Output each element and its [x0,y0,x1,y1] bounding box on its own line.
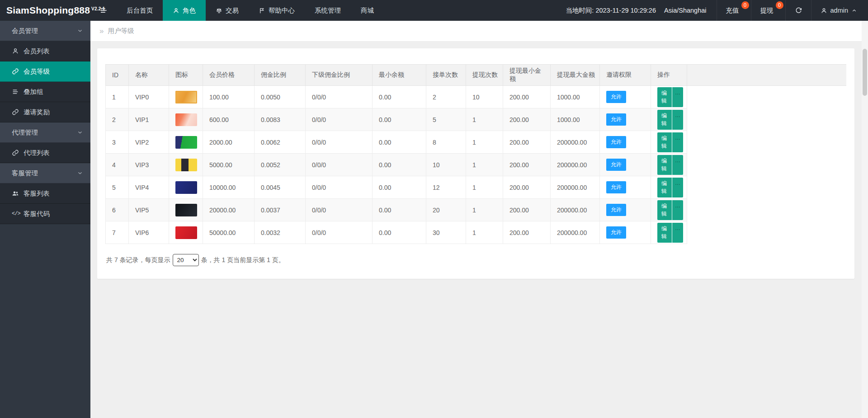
sidebar-item-member-list[interactable]: 会员列表 [0,41,90,61]
scrollbar[interactable] [862,21,868,418]
nav-item-roles[interactable]: 角色 [163,0,206,21]
cell-actions: 编辑… [651,154,687,176]
cell-withdraw-times: 1 [466,176,503,199]
edit-button[interactable]: 编辑 [657,87,672,107]
edit-button[interactable]: 编辑 [657,223,672,243]
cell-withdraw-min: 200.00 [503,108,551,131]
cell-orders: 30 [426,221,466,244]
cell-name: VIP2 [129,131,169,154]
table-row: 6 VIP5 20000.00 0.0037 0/0/0 0.00 20 1 2… [106,199,847,221]
cell-id: 3 [106,131,129,154]
cell-icon [169,221,203,244]
cell-withdraw-times: 10 [466,86,503,108]
edit-button[interactable]: 编辑 [657,110,672,130]
more-actions-button[interactable]: … [672,132,683,152]
link-icon [12,108,19,116]
column-name: 名称 [129,65,169,86]
cell-commission: 0.0062 [255,131,306,154]
more-actions-button[interactable]: … [672,223,683,243]
user-avatar-icon [821,7,827,14]
edit-button[interactable]: 编辑 [657,132,672,152]
nav-item-dashboard[interactable]: 后台首页 [117,0,163,21]
sidebar-group-service-management[interactable]: 客服管理 [0,163,90,183]
page-title: 用户等级 [108,27,134,35]
nav-item-system[interactable]: 系统管理 [305,0,351,21]
sidebar-group-member-management[interactable]: 会员管理 [0,21,90,41]
cell-commission: 0.0052 [255,154,306,176]
withdraw-button[interactable]: 提现 0 [751,0,785,21]
sidebar-group-agent-management[interactable]: 代理管理 [0,122,90,143]
cell-actions: 编辑… [651,221,687,244]
allow-button[interactable]: 允许 [606,91,626,103]
sidebar-item-service-list[interactable]: 客服列表 [0,183,90,204]
cell-filler [687,86,847,108]
allow-button[interactable]: 允许 [606,136,626,148]
more-actions-button[interactable]: … [672,200,683,220]
cell-id: 2 [106,108,129,131]
allow-button[interactable]: 允许 [606,113,626,126]
cell-name: VIP3 [129,154,169,176]
cell-filler [687,221,847,244]
edit-button[interactable]: 编辑 [657,178,672,197]
more-actions-button[interactable]: … [672,155,683,175]
cell-price: 2000.00 [203,131,255,154]
allow-button[interactable]: 允许 [606,159,626,171]
sidebar-item-service-code[interactable]: </> 客服代码 [0,204,90,224]
sidebar-item-agent-list[interactable]: 代理列表 [0,143,90,163]
cell-invite-permission: 允许 [600,108,651,131]
cell-orders: 2 [426,86,466,108]
cell-price: 20000.00 [203,199,255,221]
more-actions-button[interactable]: … [672,87,683,107]
refresh-button[interactable] [785,0,811,21]
cell-sub-commission: 0/0/0 [306,221,373,244]
recharge-button[interactable]: 充值 0 [717,0,751,21]
app-version: V2.2.1 [91,6,105,11]
table-row: 3 VIP2 2000.00 0.0062 0/0/0 0.00 8 1 200… [106,131,847,154]
cell-invite-permission: 允许 [600,176,651,199]
user-menu[interactable]: admin [811,0,868,21]
cell-invite-permission: 允许 [600,131,651,154]
allow-button[interactable]: 允许 [606,204,626,216]
nav-item-mall[interactable]: 商城 [351,0,384,21]
level-icon-image [175,113,197,126]
cell-filler [687,131,847,154]
column-price: 会员价格 [203,65,255,86]
column-min-balance: 最小余额 [373,65,426,86]
table-row: 1 VIP0 100.00 0.0050 0/0/0 0.00 2 10 200… [106,86,847,108]
cell-sub-commission: 0/0/0 [306,86,373,108]
more-actions-button[interactable]: … [672,178,683,197]
more-actions-button[interactable]: … [672,110,683,130]
cell-withdraw-min: 200.00 [503,131,551,154]
cell-min-balance: 0.00 [373,221,426,244]
edit-button[interactable]: 编辑 [657,200,672,220]
edit-button[interactable]: 编辑 [657,155,672,175]
chevron-up-icon [851,8,857,14]
cell-withdraw-min: 200.00 [503,221,551,244]
cell-price: 10000.00 [203,176,255,199]
table-header-row: ID 名称 图标 会员价格 佣金比例 下级佣金比例 最小余额 接单次数 提现次数… [106,65,847,86]
refresh-icon [795,7,802,14]
scrollbar-thumb[interactable] [863,49,867,96]
nav-item-trade[interactable]: 交易 [206,0,249,21]
cell-invite-permission: 允许 [600,199,651,221]
sidebar-item-overlay-group[interactable]: 叠加组 [0,82,90,102]
nav-item-help-center[interactable]: 帮助中心 [249,0,305,21]
allow-button[interactable]: 允许 [606,181,626,193]
cell-price: 5000.00 [203,154,255,176]
cell-min-balance: 0.00 [373,176,426,199]
cell-icon [169,176,203,199]
cell-withdraw-times: 1 [466,221,503,244]
cell-withdraw-max: 200000.00 [551,199,600,221]
breadcrumb: » 用户等级 [90,21,862,42]
page-size-select[interactable]: 20 [173,254,199,266]
sidebar-item-invite-reward[interactable]: 邀请奖励 [0,102,90,122]
list-icon [12,88,19,95]
allow-button[interactable]: 允许 [606,226,626,239]
cell-id: 7 [106,221,129,244]
cell-withdraw-max: 1000.00 [551,108,600,131]
sidebar-item-member-level[interactable]: 会员等级 [0,61,90,82]
cell-sub-commission: 0/0/0 [306,131,373,154]
cell-icon [169,86,203,108]
cell-min-balance: 0.00 [373,154,426,176]
user-levels-card: ID 名称 图标 会员价格 佣金比例 下级佣金比例 最小余额 接单次数 提现次数… [97,48,854,279]
